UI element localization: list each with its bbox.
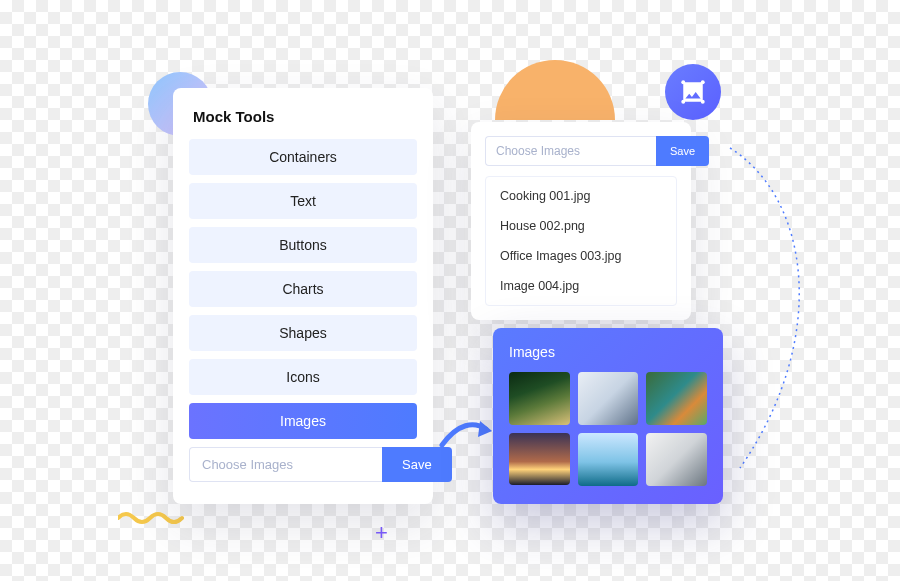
deco-sun-shape (495, 60, 615, 120)
tool-text[interactable]: Text (189, 183, 417, 219)
choose-images-input[interactable] (485, 136, 656, 166)
tool-containers[interactable]: Containers (189, 139, 417, 175)
file-option[interactable]: Cooking 001.jpg (486, 181, 676, 211)
image-crop-icon (680, 79, 706, 105)
tool-charts[interactable]: Charts (189, 271, 417, 307)
thumb-sunset-horizon[interactable] (509, 433, 570, 486)
thumb-office-meeting[interactable] (646, 433, 707, 486)
svg-point-1 (701, 80, 705, 84)
gallery-title: Images (509, 344, 707, 360)
thumb-seascape-clouds[interactable] (578, 433, 639, 486)
file-list: Cooking 001.jpgHouse 002.pngOffice Image… (485, 176, 677, 306)
thumb-business-people[interactable] (578, 372, 639, 425)
tool-shapes[interactable]: Shapes (189, 315, 417, 351)
tool-images[interactable]: Images (189, 403, 417, 439)
image-chooser-dropdown: Save Cooking 001.jpgHouse 002.pngOffice … (471, 122, 691, 320)
images-gallery-panel: Images (493, 328, 723, 504)
file-option[interactable]: House 002.png (486, 211, 676, 241)
tool-icons[interactable]: Icons (189, 359, 417, 395)
flow-arrow-icon (438, 415, 496, 455)
image-chooser-left: Save (189, 447, 417, 482)
tool-buttons[interactable]: Buttons (189, 227, 417, 263)
svg-point-0 (681, 80, 685, 84)
choose-images-input[interactable] (189, 447, 382, 482)
mock-tools-panel: Mock Tools ContainersTextButtonsChartsSh… (173, 88, 433, 504)
deco-connector-line (720, 138, 840, 478)
mock-tools-title: Mock Tools (189, 108, 417, 125)
deco-plus-icon: + (375, 520, 388, 546)
thumb-kingfisher-bird[interactable] (646, 372, 707, 425)
deco-wave (118, 510, 188, 526)
file-option[interactable]: Office Images 003.jpg (486, 241, 676, 271)
svg-point-2 (681, 100, 685, 104)
image-chooser-top: Save (485, 136, 677, 166)
save-button[interactable]: Save (656, 136, 709, 166)
svg-point-3 (701, 100, 705, 104)
file-option[interactable]: Image 004.jpg (486, 271, 676, 301)
edit-badge (665, 64, 721, 120)
thumb-forest-bridge[interactable] (509, 372, 570, 425)
